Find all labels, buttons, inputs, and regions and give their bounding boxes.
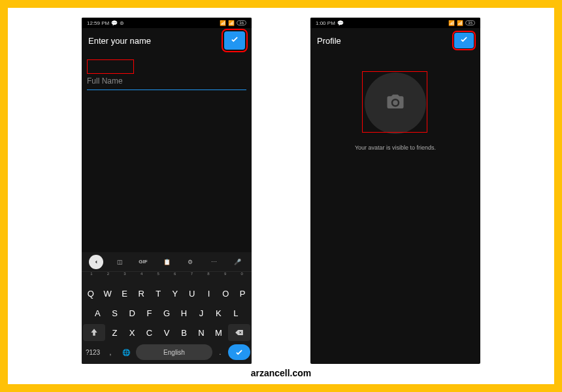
symbols-key[interactable]: ?123 <box>83 344 103 360</box>
footer: arzancell.com <box>8 361 554 384</box>
key-u[interactable]: U <box>184 285 200 302</box>
footer-text: arzancell.com <box>251 368 312 378</box>
chevron-left-icon[interactable] <box>89 255 103 269</box>
highlight-box <box>362 71 427 133</box>
keyboard: ◫ GIF 📋 ⚙ ⋯ 🎤 1 2 3 4 5 6 7 8 9 0 <box>82 252 252 364</box>
key-q[interactable]: Q <box>83 285 99 302</box>
header-title: Profile <box>317 36 454 46</box>
key-i[interactable]: I <box>201 285 217 302</box>
backspace-key[interactable] <box>228 324 250 341</box>
battery-icon: 36 <box>237 20 246 25</box>
status-time: 1:00 PM <box>316 20 335 26</box>
message-icon: 💬 <box>337 20 344 26</box>
key-w[interactable]: W <box>100 285 116 302</box>
key-g[interactable]: G <box>159 304 174 321</box>
full-name-input[interactable] <box>87 73 246 90</box>
clipboard-icon[interactable]: 📋 <box>159 255 174 269</box>
header: Profile <box>310 28 480 53</box>
key-m[interactable]: M <box>210 324 226 341</box>
key-r[interactable]: R <box>133 285 149 302</box>
key-p[interactable]: P <box>235 285 250 302</box>
mic-icon[interactable]: 🎤 <box>230 255 244 269</box>
space-key[interactable]: English <box>136 344 212 360</box>
key-k[interactable]: K <box>210 304 226 321</box>
confirm-button[interactable] <box>224 31 245 50</box>
number-hint-row: 1 2 3 4 5 6 7 8 9 0 <box>82 272 252 284</box>
phone-profile: 1:00 PM 💬 📶 📶 35 Profile <box>310 18 480 364</box>
key-b[interactable]: B <box>176 324 191 341</box>
confirm-button[interactable] <box>454 33 474 48</box>
check-icon <box>459 35 469 46</box>
key-x[interactable]: X <box>124 324 140 341</box>
key-z[interactable]: Z <box>107 324 122 341</box>
shift-key[interactable] <box>83 324 105 341</box>
status-time: 12:59 PM <box>87 20 109 26</box>
signal-icon-2: 📶 <box>228 20 235 26</box>
status-bar: 12:59 PM 💬 ⊜ 📶 📶 36 <box>82 18 252 28</box>
keyboard-row-1: Q W E R T Y U I O P <box>82 284 252 303</box>
enter-key[interactable] <box>228 344 250 360</box>
message-icon: 💬 <box>111 20 118 26</box>
signal-icon-2: 📶 <box>457 20 463 26</box>
key-f[interactable]: F <box>141 304 157 321</box>
header-title: Enter your name <box>88 36 224 46</box>
phone-enter-name: 12:59 PM 💬 ⊜ 📶 📶 36 Enter your name <box>82 18 252 364</box>
check-icon <box>230 35 239 46</box>
globe-icon[interactable]: 🌐 <box>118 344 134 360</box>
key-l[interactable]: L <box>228 304 244 321</box>
more-icon[interactable]: ⋯ <box>207 255 221 269</box>
comma-key[interactable]: , <box>105 344 116 360</box>
key-s[interactable]: S <box>107 304 122 321</box>
key-o[interactable]: O <box>218 285 233 302</box>
settings-icon[interactable]: ⚙ <box>183 255 197 269</box>
key-t[interactable]: T <box>150 285 166 302</box>
notification-icon: ⊜ <box>120 20 124 26</box>
sticker-icon[interactable]: ◫ <box>112 255 127 269</box>
key-n[interactable]: N <box>193 324 209 341</box>
key-h[interactable]: H <box>176 304 191 321</box>
avatar-placeholder[interactable] <box>365 73 426 134</box>
key-v[interactable]: V <box>159 324 174 341</box>
status-bar: 1:00 PM 💬 📶 📶 35 <box>310 18 480 28</box>
key-d[interactable]: D <box>124 304 140 321</box>
screenshots-container: 12:59 PM 💬 ⊜ 📶 📶 36 Enter your name <box>8 8 554 361</box>
key-e[interactable]: E <box>117 285 133 302</box>
signal-icon: 📶 <box>220 20 226 26</box>
keyboard-row-3: Z X C V B N M <box>82 323 252 342</box>
battery-icon: 35 <box>465 20 475 25</box>
signal-icon: 📶 <box>448 20 455 26</box>
dot-key[interactable]: . <box>214 344 226 360</box>
keyboard-toolbar: ◫ GIF 📋 ⚙ ⋯ 🎤 <box>82 252 252 272</box>
key-j[interactable]: J <box>193 304 209 321</box>
key-y[interactable]: Y <box>167 285 183 302</box>
header: Enter your name <box>82 28 252 53</box>
avatar-description: Your avatar is visible to friends. <box>310 144 480 151</box>
key-a[interactable]: A <box>90 304 105 321</box>
highlight-box <box>87 59 134 74</box>
gif-icon[interactable]: GIF <box>136 255 150 269</box>
keyboard-row-2: A S D F G H J K L <box>82 303 252 323</box>
avatar-area: Your avatar is visible to friends. <box>310 53 480 151</box>
key-c[interactable]: C <box>141 324 157 341</box>
